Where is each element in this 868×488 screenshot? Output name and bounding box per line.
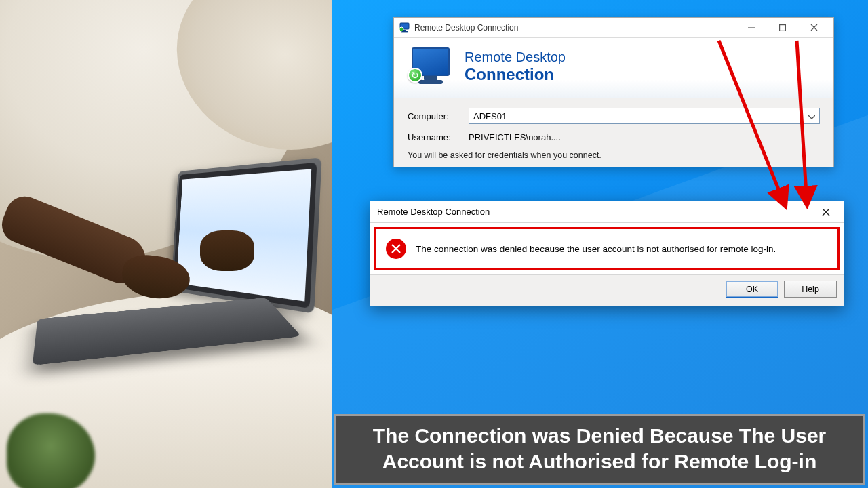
computer-label: Computer:	[408, 111, 469, 121]
computer-value: ADFS01	[473, 111, 507, 121]
username-label: Username:	[408, 132, 469, 142]
rdc-header-line2: Connection	[465, 65, 566, 84]
error-dialog: Remote Desktop Connection The connection…	[370, 201, 844, 306]
help-button[interactable]: Help	[784, 281, 837, 298]
thumbnail-caption: The Connection was Denied Because The Us…	[334, 414, 865, 485]
rdc-header-title: Remote Desktop Connection	[465, 49, 566, 84]
error-dialog-title: Remote Desktop Connection	[377, 207, 490, 217]
rdc-app-icon	[399, 22, 410, 33]
ok-button-label: OK	[746, 285, 758, 294]
rdc-header-line1: Remote Desktop	[465, 49, 566, 65]
chevron-down-icon	[808, 111, 815, 121]
photo-panel	[0, 0, 332, 488]
arm-shape-2	[200, 230, 254, 271]
error-highlight-box: The connection was denied because the us…	[374, 227, 840, 270]
error-icon	[386, 239, 406, 259]
computer-combobox[interactable]: ADFS01	[469, 108, 820, 124]
credential-note: You will be asked for credentials when y…	[408, 150, 820, 160]
rdc-logo-icon: ↻	[409, 47, 452, 85]
maximize-button[interactable]	[767, 18, 798, 38]
rdc-titlebar[interactable]: Remote Desktop Connection	[394, 18, 833, 38]
rdc-header: ↻ Remote Desktop Connection	[394, 38, 833, 98]
svg-point-3	[399, 27, 403, 31]
username-value: PRIVEICTLES\norah....	[469, 132, 561, 142]
rdc-window: Remote Desktop Connection ↻ Remote Deskt…	[393, 17, 834, 167]
error-message: The connection was denied because the us…	[416, 244, 776, 254]
close-button[interactable]	[798, 18, 829, 38]
error-titlebar[interactable]: Remote Desktop Connection	[370, 201, 844, 223]
rdc-body: Computer: ADFS01 Username: PRIVEICTLES\n…	[394, 98, 833, 167]
rdc-title-text: Remote Desktop Connection	[414, 23, 518, 33]
svg-rect-5	[780, 24, 786, 30]
error-button-row: OK Help	[370, 274, 844, 306]
ok-button[interactable]: OK	[726, 281, 778, 298]
close-button[interactable]	[811, 201, 841, 223]
help-button-label: Help	[802, 285, 819, 294]
minimize-button[interactable]	[736, 18, 767, 38]
